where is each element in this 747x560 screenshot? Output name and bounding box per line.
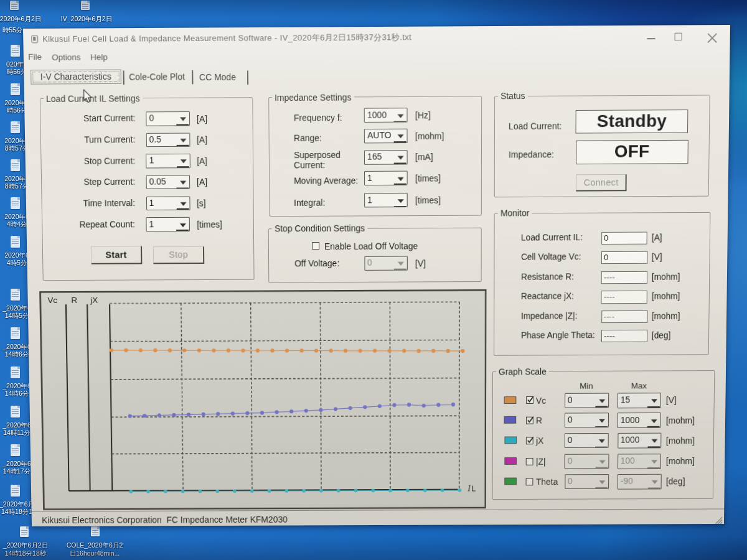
svg-text:L: L — [471, 484, 476, 493]
svg-text:R: R — [71, 295, 77, 305]
svg-text:Vc: Vc — [47, 295, 57, 305]
svg-text:jX: jX — [90, 295, 98, 305]
